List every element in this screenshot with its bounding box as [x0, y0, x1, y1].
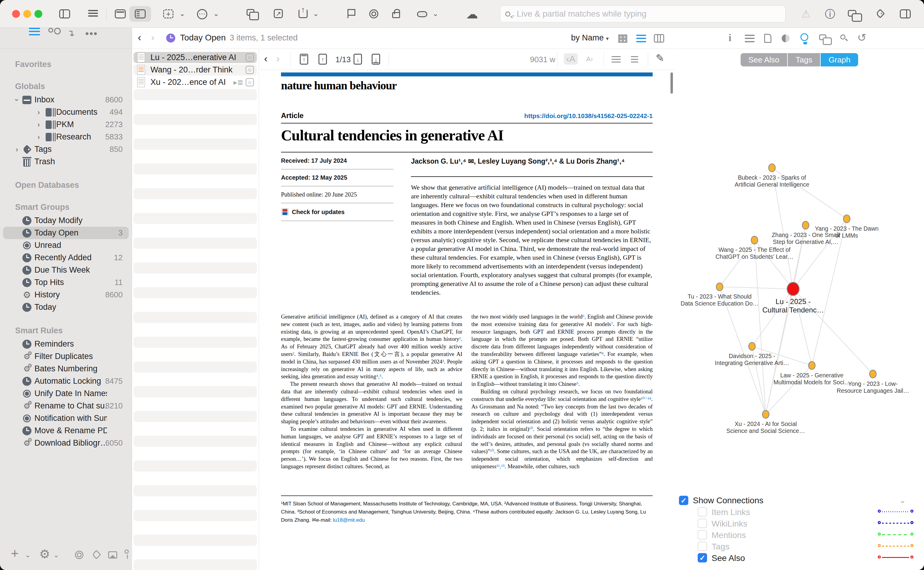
share-icon[interactable]: [298, 9, 307, 18]
open-externally-icon[interactable]: ↗: [274, 9, 283, 18]
pdf-forward-button[interactable]: ›: [276, 52, 280, 64]
graph-node-lu[interactable]: [787, 282, 799, 296]
label-dropdown-icon[interactable]: ⌄: [433, 0, 438, 28]
duplicate-icon[interactable]: [246, 9, 254, 16]
decrease-text-size-icon[interactable]: ‹A: [564, 53, 578, 64]
document-inspector-icon[interactable]: [764, 34, 772, 43]
new-item-dropdown-icon[interactable]: ⌄: [180, 0, 185, 28]
sidebar-view-icon[interactable]: [135, 9, 146, 18]
add-item-icon[interactable]: +: [11, 546, 19, 561]
sidebar-item-history[interactable]: ⚙History8600: [3, 289, 129, 301]
show-connections-checkbox[interactable]: ✓: [679, 496, 688, 505]
search-field[interactable]: ⌄: [500, 5, 786, 22]
toggle-sidebar-icon[interactable]: [59, 9, 70, 18]
item-links-checkbox[interactable]: [698, 507, 707, 516]
sidebar-item-notification-with-summar-[interactable]: Notification with Summar…: [3, 412, 129, 424]
increase-text-size-icon[interactable]: A›: [586, 53, 593, 63]
list-inspector-icon[interactable]: [745, 35, 755, 42]
flag-icon[interactable]: [347, 9, 354, 18]
new-item-button[interactable]: +: [163, 9, 174, 18]
sidebar-item-reminders[interactable]: Reminders: [3, 338, 129, 350]
graph-node-yong[interactable]: [870, 370, 876, 378]
lock-icon[interactable]: [392, 12, 400, 18]
label-icon[interactable]: [417, 11, 427, 17]
sidebar-item-due-this-week[interactable]: Due This Week: [3, 264, 129, 276]
settings-gear-icon[interactable]: ⚙: [39, 547, 50, 561]
close-window-button[interactable]: [12, 10, 20, 18]
disclosure-chevron-icon[interactable]: ›: [13, 145, 20, 154]
search-inspector-icon[interactable]: [840, 34, 846, 40]
email-link[interactable]: lu18@mit.edu: [333, 517, 365, 523]
info-inspector-icon[interactable]: i: [729, 32, 731, 43]
pdf-back-button[interactable]: ‹: [264, 52, 268, 64]
search-input[interactable]: [517, 9, 785, 19]
column-view-icon[interactable]: [654, 34, 664, 43]
see-also-inspector-icon[interactable]: [800, 33, 808, 41]
disclosure-chevron-icon[interactable]: ›: [35, 121, 42, 129]
check-for-updates[interactable]: Check for updates: [281, 203, 394, 221]
sidebar-item-filter-duplicates[interactable]: ⚙Filter Duplicates: [3, 350, 129, 363]
sidebar-item-download-bibliogr-[interactable]: ⚙Download Bibliogr…6050: [3, 437, 129, 449]
tags-icon[interactable]: [875, 9, 885, 18]
sidebar-item-move-rename-pdf-ai-s-[interactable]: Move & Rename PDF AI S…: [3, 424, 129, 437]
graph-node-davidson[interactable]: [749, 342, 755, 350]
wrap-text-icon[interactable]: [612, 56, 621, 63]
sidebar-item-automatic-locking[interactable]: Automatic Locking8475: [3, 375, 129, 387]
annotations-inspector-icon[interactable]: [819, 34, 826, 40]
graph-node-wang[interactable]: [751, 236, 758, 244]
wikilinks-checkbox[interactable]: [698, 519, 707, 528]
previous-page-icon[interactable]: ↑: [318, 54, 327, 64]
more-options-icon[interactable]: •••: [85, 28, 98, 40]
sidebar-item-unify-date-in-names[interactable]: Unify Date In Names: [3, 387, 129, 400]
graph-node-law[interactable]: [809, 362, 815, 369]
sidebar-item-today-modify[interactable]: Today Modify: [3, 215, 129, 227]
disclosure-chevron-icon[interactable]: ›: [35, 133, 42, 141]
add-item-dropdown-icon[interactable]: ⌄: [25, 551, 31, 559]
tab-see-also[interactable]: See Also: [741, 53, 787, 66]
sidebar-item-documents[interactable]: ›Documents494: [3, 106, 129, 118]
zoom-window-button[interactable]: [34, 10, 42, 18]
minimize-window-button[interactable]: [23, 10, 31, 18]
indent-text-icon[interactable]: [631, 56, 638, 63]
doi-link[interactable]: https://doi.org/10.1038/s41562-025-02242…: [524, 112, 653, 120]
settings-dropdown-icon[interactable]: ⌄: [53, 551, 59, 559]
list-view-icon[interactable]: [636, 35, 646, 42]
sidebar-item-pkm[interactable]: ›PKM2273: [3, 118, 129, 131]
file-row-1[interactable]: Lu - 2025…enerative AI☺: [134, 52, 257, 63]
sidebar-item-research[interactable]: ›Research5833: [3, 131, 129, 143]
forward-button[interactable]: ›: [151, 31, 154, 43]
pdf-page[interactable]: nature human behaviour Article https://d…: [259, 70, 674, 570]
mark-icon[interactable]: [369, 9, 378, 18]
see-also-graph[interactable]: Bubeck - 2023 - Sparks ofArtificial Gene…: [675, 70, 924, 495]
tags-checkbox[interactable]: [698, 542, 707, 551]
sidebar-item-rename-to-chat-su-[interactable]: ⚙Rename to Chat su…8210: [3, 400, 129, 412]
info-icon[interactable]: ⓘ: [825, 0, 835, 28]
graph-node-bubeck[interactable]: [769, 164, 775, 172]
first-page-icon[interactable]: ↑: [300, 54, 308, 64]
pdf-scrollbar[interactable]: [670, 72, 673, 93]
file-row-2[interactable]: Wang - 20…rder Think☺: [134, 64, 257, 75]
last-page-icon[interactable]: ↓: [372, 54, 380, 64]
sidebar-item-unread[interactable]: Unread: [3, 239, 129, 251]
sidebar-item-today[interactable]: Today: [3, 301, 129, 313]
sidebar-item-recently-added[interactable]: Recently Added12: [3, 251, 129, 264]
graph-node-tu[interactable]: [716, 283, 723, 291]
pin-filter-icon[interactable]: [125, 550, 129, 554]
actions-dropdown-icon[interactable]: ⌄: [213, 0, 219, 28]
image-filter-icon[interactable]: [108, 551, 117, 559]
sidebar-item-trash[interactable]: Trash: [3, 155, 129, 168]
sidebar-item-top-hits[interactable]: Top Hits11: [3, 276, 129, 289]
reading-glasses-icon[interactable]: [48, 28, 53, 32]
sort-dropdown[interactable]: by Name ▾: [571, 33, 609, 43]
sidebar-item-today-open[interactable]: Today Open3: [3, 227, 129, 239]
sidebar-list-tab-icon[interactable]: [29, 28, 40, 35]
reading-list-icon[interactable]: [88, 10, 98, 18]
next-page-icon[interactable]: ↓: [354, 54, 362, 64]
graph-node-yang[interactable]: [843, 215, 850, 223]
sidebar-item-tags[interactable]: ›Tags850: [3, 143, 129, 155]
mentions-checkbox[interactable]: [698, 530, 707, 539]
tag-filter-icon[interactable]: [92, 550, 101, 559]
actions-menu-icon[interactable]: ⋯: [197, 9, 207, 19]
file-row-3[interactable]: Xu - 202…ence of AI▸≣☺: [134, 77, 257, 88]
annotate-icon[interactable]: ✎: [656, 52, 664, 64]
